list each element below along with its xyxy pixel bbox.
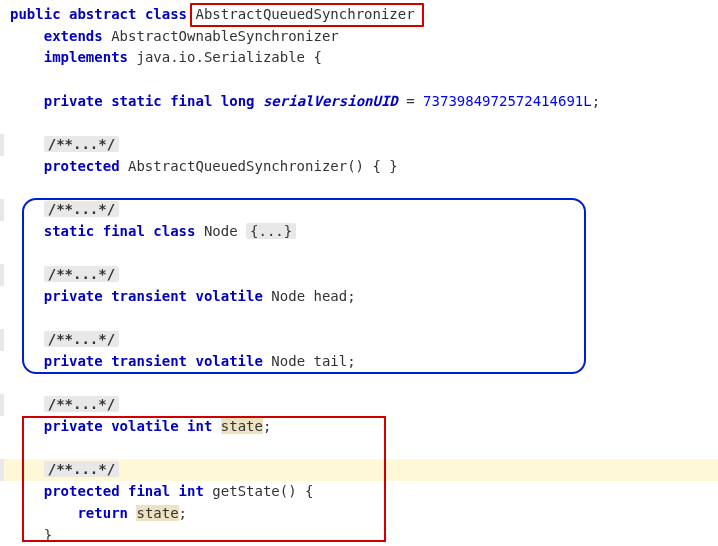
getstate-name: getState	[212, 483, 279, 499]
class-declaration-line: public abstract class AbstractQueuedSync…	[0, 4, 718, 26]
semi: ;	[592, 93, 600, 109]
javadoc-fold-line: /**...*/	[0, 264, 718, 286]
kw-protected: protected	[44, 158, 120, 174]
kw-final: final	[103, 223, 145, 239]
node-type: Node	[271, 353, 305, 369]
javadoc-fold-line: /**...*/	[0, 459, 718, 481]
state-ref: state	[136, 505, 178, 521]
javadoc-fold-line: /**...*/	[0, 134, 718, 156]
node-class-line: static final class Node {...}	[0, 221, 718, 243]
kw-implements: implements	[44, 49, 128, 65]
javadoc-fold-line: /**...*/	[0, 394, 718, 416]
blank-line	[0, 69, 718, 91]
extends-type: AbstractOwnableSynchronizer	[111, 28, 339, 44]
kw-final: final	[170, 93, 212, 109]
kw-static: static	[111, 93, 162, 109]
kw-int: int	[187, 418, 212, 434]
javadoc-fold[interactable]: /**...*/	[44, 266, 119, 282]
semi: ;	[347, 288, 355, 304]
node-name: Node	[204, 223, 238, 239]
code-editor: public abstract class AbstractQueuedSync…	[0, 0, 718, 546]
blank-line	[0, 438, 718, 460]
kw-class: class	[153, 223, 195, 239]
constructor-line: protected AbstractQueuedSynchronizer() {…	[0, 156, 718, 178]
state-field-line: private volatile int state;	[0, 416, 718, 438]
brace-open: {	[313, 49, 321, 65]
class-name: AbstractQueuedSynchronizer	[195, 6, 414, 22]
javadoc-fold[interactable]: /**...*/	[44, 136, 119, 152]
equals: =	[398, 93, 423, 109]
semi: ;	[179, 505, 187, 521]
paren-brace: () {	[280, 483, 314, 499]
kw-public: public	[10, 6, 61, 22]
kw-static: static	[44, 223, 95, 239]
state-field: state	[221, 418, 263, 434]
implements-line: implements java.io.Serializable {	[0, 47, 718, 69]
semi: ;	[347, 353, 355, 369]
kw-private: private	[44, 353, 103, 369]
blank-line	[0, 308, 718, 330]
serial-uid-line: private static final long serialVersionU…	[0, 91, 718, 113]
kw-long: long	[221, 93, 255, 109]
blank-line	[0, 243, 718, 265]
return-line: return state;	[0, 503, 718, 525]
javadoc-fold[interactable]: /**...*/	[44, 201, 119, 217]
node-type: Node	[271, 288, 305, 304]
blank-line	[0, 373, 718, 395]
serial-uid-value: 7373984972572414691L	[423, 93, 592, 109]
kw-private: private	[44, 93, 103, 109]
kw-final: final	[128, 483, 170, 499]
kw-private: private	[44, 418, 103, 434]
head-field-line: private transient volatile Node head;	[0, 286, 718, 308]
kw-extends: extends	[44, 28, 103, 44]
tail-field: tail	[314, 353, 348, 369]
getstate-decl-line: protected final int getState() {	[0, 481, 718, 503]
extends-line: extends AbstractOwnableSynchronizer	[0, 26, 718, 48]
kw-volatile: volatile	[195, 288, 262, 304]
close-brace-line: }	[0, 525, 718, 547]
javadoc-fold-line: /**...*/	[0, 329, 718, 351]
kw-abstract: abstract	[69, 6, 136, 22]
ctor-sig: () { }	[347, 158, 398, 174]
kw-volatile: volatile	[111, 418, 178, 434]
kw-return: return	[77, 505, 128, 521]
kw-transient: transient	[111, 288, 187, 304]
close-brace: }	[44, 527, 52, 543]
kw-volatile: volatile	[195, 353, 262, 369]
kw-private: private	[44, 288, 103, 304]
javadoc-fold[interactable]: /**...*/	[44, 396, 119, 412]
kw-protected: protected	[44, 483, 120, 499]
serial-uid-field: serialVersionUID	[263, 93, 398, 109]
blank-line	[0, 178, 718, 200]
semi: ;	[263, 418, 271, 434]
javadoc-fold[interactable]: /**...*/	[44, 331, 119, 347]
kw-int: int	[179, 483, 204, 499]
javadoc-fold[interactable]: /**...*/	[44, 461, 119, 477]
kw-class: class	[145, 6, 187, 22]
blank-line	[0, 112, 718, 134]
node-body-fold[interactable]: {...}	[246, 223, 296, 239]
kw-transient: transient	[111, 353, 187, 369]
head-field: head	[314, 288, 348, 304]
javadoc-fold-line: /**...*/	[0, 199, 718, 221]
implements-type: java.io.Serializable	[136, 49, 305, 65]
tail-field-line: private transient volatile Node tail;	[0, 351, 718, 373]
ctor-name: AbstractQueuedSynchronizer	[128, 158, 347, 174]
